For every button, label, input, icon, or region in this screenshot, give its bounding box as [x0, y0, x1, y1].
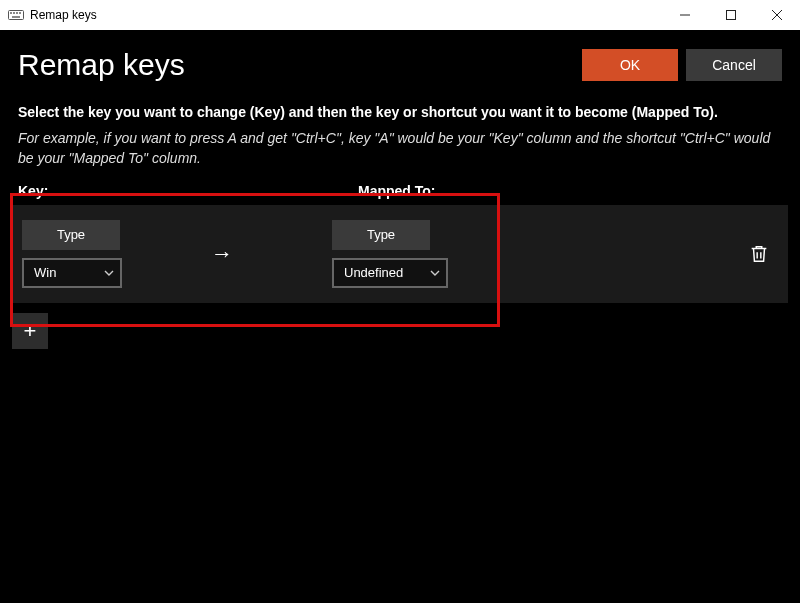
header: Remap keys OK Cancel [0, 30, 800, 92]
key-dropdown-value: Win [34, 265, 56, 280]
svg-rect-2 [13, 12, 15, 14]
add-row-container: + [0, 303, 800, 359]
titlebar: Remap keys [0, 0, 800, 30]
minimize-button[interactable] [662, 0, 708, 30]
mapped-column-label: Mapped To: [358, 183, 436, 199]
example-text: For example, if you want to press A and … [0, 128, 800, 183]
column-labels: Key: Mapped To: [0, 183, 800, 199]
ok-button[interactable]: OK [582, 49, 678, 81]
maximize-button[interactable] [708, 0, 754, 30]
svg-rect-0 [9, 11, 24, 20]
svg-rect-5 [12, 16, 20, 18]
window-title: Remap keys [30, 8, 662, 22]
key-column: Type Win [12, 220, 122, 288]
svg-rect-3 [16, 12, 18, 14]
key-column-label: Key: [18, 183, 358, 199]
svg-rect-1 [10, 12, 12, 14]
mapped-dropdown-value: Undefined [344, 265, 403, 280]
arrow-icon: → [122, 241, 322, 267]
chevron-down-icon [430, 268, 440, 278]
mapped-type-button[interactable]: Type [332, 220, 430, 250]
svg-rect-4 [19, 12, 21, 14]
mapped-dropdown[interactable]: Undefined [332, 258, 448, 288]
cancel-button[interactable]: Cancel [686, 49, 782, 81]
keyboard-icon [8, 9, 24, 21]
key-type-button[interactable]: Type [22, 220, 120, 250]
instructions-text: Select the key you want to change (Key) … [0, 92, 800, 128]
chevron-down-icon [104, 268, 114, 278]
window-controls [662, 0, 800, 30]
mapping-row: Type Win → Type Undefined [12, 205, 788, 303]
key-dropdown[interactable]: Win [22, 258, 122, 288]
page-title: Remap keys [18, 48, 574, 82]
mapped-column: Type Undefined [322, 220, 448, 288]
add-mapping-button[interactable]: + [12, 313, 48, 349]
svg-rect-7 [727, 11, 736, 20]
delete-column [748, 205, 770, 303]
close-button[interactable] [754, 0, 800, 30]
trash-icon[interactable] [748, 243, 770, 265]
